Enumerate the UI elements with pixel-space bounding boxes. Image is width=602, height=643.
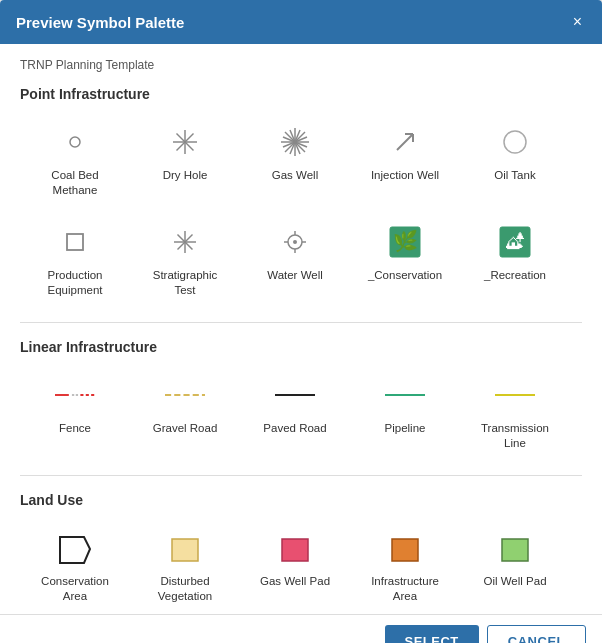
disturbed-vegetation-label: DisturbedVegetation xyxy=(158,574,212,604)
dry-hole-label: Dry Hole xyxy=(163,168,208,183)
svg-point-16 xyxy=(504,131,526,153)
gravel-road-icon xyxy=(165,375,205,415)
template-name: TRNP Planning Template xyxy=(20,58,582,72)
symbol-recreation[interactable]: 🏕 _Recreation xyxy=(460,214,570,306)
symbol-oil-tank[interactable]: Oil Tank xyxy=(460,114,570,206)
symbol-injection-well[interactable]: Injection Well xyxy=(350,114,460,206)
symbol-stratigraphic-test[interactable]: StratigraphicTest xyxy=(130,214,240,306)
cancel-button[interactable]: CANCEL xyxy=(487,625,586,643)
symbol-water-well[interactable]: Water Well xyxy=(240,214,350,306)
injection-well-icon xyxy=(385,122,425,162)
coal-bed-methane-icon xyxy=(55,122,95,162)
symbol-gas-well-pad[interactable]: Gas Well Pad xyxy=(240,520,350,612)
svg-marker-42 xyxy=(392,539,418,561)
divider-linear xyxy=(20,322,582,323)
dialog-body: TRNP Planning Template Point Infrastruct… xyxy=(0,44,602,614)
injection-well-label: Injection Well xyxy=(371,168,439,183)
recreation-label: _Recreation xyxy=(484,268,546,283)
svg-text:🌿: 🌿 xyxy=(393,229,418,253)
symbol-dry-hole[interactable]: Dry Hole xyxy=(130,114,240,206)
select-button[interactable]: SELECT xyxy=(385,625,479,643)
linear-symbol-grid: Fence Gravel Road Paved Road xyxy=(20,367,582,459)
dry-hole-icon xyxy=(165,122,205,162)
gas-well-icon xyxy=(275,122,315,162)
section-title-point: Point Infrastructure xyxy=(20,86,582,102)
paved-road-icon xyxy=(275,375,315,415)
recreation-icon: 🏕 xyxy=(495,222,535,262)
symbol-infrastructure-area[interactable]: InfrastructureArea xyxy=(350,520,460,612)
transmission-line-label: TransmissionLine xyxy=(481,421,549,451)
pipeline-icon xyxy=(385,375,425,415)
conservation-area-label: ConservationArea xyxy=(41,574,109,604)
fence-icon xyxy=(55,375,95,415)
symbol-fence[interactable]: Fence xyxy=(20,367,130,459)
close-button[interactable]: × xyxy=(569,12,586,32)
dialog-container: Preview Symbol Palette × TRNP Planning T… xyxy=(0,0,602,643)
water-well-label: Water Well xyxy=(267,268,323,283)
svg-line-13 xyxy=(397,134,413,150)
fence-label: Fence xyxy=(59,421,91,436)
conservation-area-icon xyxy=(55,528,95,568)
svg-marker-43 xyxy=(502,539,528,561)
infrastructure-area-label: InfrastructureArea xyxy=(371,574,439,604)
symbol-gas-well[interactable]: Gas Well xyxy=(240,114,350,206)
symbol-conservation-area[interactable]: ConservationArea xyxy=(20,520,130,612)
dialog-header: Preview Symbol Palette × xyxy=(0,0,602,44)
section-title-landuse: Land Use xyxy=(20,492,582,508)
pipeline-label: Pipeline xyxy=(385,421,426,436)
symbol-pipeline[interactable]: Pipeline xyxy=(350,367,460,459)
stratigraphic-test-label: StratigraphicTest xyxy=(153,268,218,298)
gas-well-label: Gas Well xyxy=(272,168,318,183)
oil-well-pad-icon xyxy=(495,528,535,568)
symbol-conservation[interactable]: 🌿 _Conservation xyxy=(350,214,460,306)
transmission-line-icon xyxy=(495,375,535,415)
production-equipment-icon xyxy=(55,222,95,262)
symbol-transmission-line[interactable]: TransmissionLine xyxy=(460,367,570,459)
coal-bed-methane-label: Coal BedMethane xyxy=(51,168,98,198)
svg-point-23 xyxy=(293,240,297,244)
gas-well-pad-icon xyxy=(275,528,315,568)
dialog-title: Preview Symbol Palette xyxy=(16,14,184,31)
svg-rect-17 xyxy=(67,234,83,250)
infrastructure-area-icon xyxy=(385,528,425,568)
conservation-icon: 🌿 xyxy=(385,222,425,262)
divider-landuse xyxy=(20,475,582,476)
oil-tank-icon xyxy=(495,122,535,162)
oil-well-pad-label: Oil Well Pad xyxy=(483,574,546,589)
conservation-label: _Conservation xyxy=(368,268,442,283)
svg-marker-41 xyxy=(282,539,308,561)
svg-text:🏕: 🏕 xyxy=(506,232,524,252)
production-equipment-label: ProductionEquipment xyxy=(48,268,103,298)
symbol-gravel-road[interactable]: Gravel Road xyxy=(130,367,240,459)
disturbed-vegetation-icon xyxy=(165,528,205,568)
symbol-paved-road[interactable]: Paved Road xyxy=(240,367,350,459)
symbol-coal-bed-methane[interactable]: Coal BedMethane xyxy=(20,114,130,206)
section-title-linear: Linear Infrastructure xyxy=(20,339,582,355)
stratigraphic-test-icon xyxy=(165,222,205,262)
dialog-footer: SELECT CANCEL xyxy=(0,614,602,643)
paved-road-label: Paved Road xyxy=(263,421,326,436)
landuse-symbol-grid: ConservationArea DisturbedVegetation xyxy=(20,520,582,612)
water-well-icon xyxy=(275,222,315,262)
svg-marker-40 xyxy=(172,539,198,561)
svg-point-0 xyxy=(70,137,80,147)
symbol-oil-well-pad[interactable]: Oil Well Pad xyxy=(460,520,570,612)
oil-tank-label: Oil Tank xyxy=(494,168,535,183)
gas-well-pad-label: Gas Well Pad xyxy=(260,574,330,589)
symbol-production-equipment[interactable]: ProductionEquipment xyxy=(20,214,130,306)
symbol-disturbed-vegetation[interactable]: DisturbedVegetation xyxy=(130,520,240,612)
gravel-road-label: Gravel Road xyxy=(153,421,218,436)
point-symbol-grid: Coal BedMethane Dry Hole xyxy=(20,114,582,306)
svg-marker-39 xyxy=(60,537,90,563)
